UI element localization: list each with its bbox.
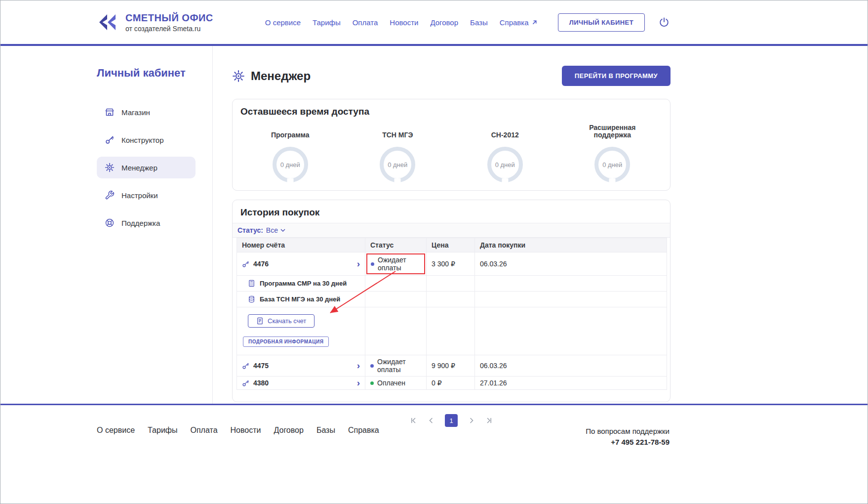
nav-link-about[interactable]: О сервисе — [265, 18, 301, 27]
invoice-number: 4476 — [253, 260, 269, 268]
logo-subtitle: от создателей Smeta.ru — [125, 25, 213, 33]
footer-link-payment[interactable]: Оплата — [190, 426, 217, 435]
table-header-row: Номер счёта Статус Цена Дата покупки — [237, 238, 667, 252]
support-block: По вопросам поддержки +7 495 221-78-59 — [586, 426, 670, 448]
go-to-program-button[interactable]: ПЕРЕЙТИ В ПРОГРАММУ — [562, 66, 671, 86]
col-header-date: Дата покупки — [475, 238, 667, 252]
sidebar-item-manager[interactable]: Менеджер — [97, 157, 196, 178]
footer-link-tariffs[interactable]: Тарифы — [148, 426, 177, 435]
power-icon — [659, 17, 670, 28]
footer-link-about[interactable]: О сервисе — [97, 426, 135, 435]
gauge-ring: 0 дней — [594, 147, 630, 182]
download-invoice-button[interactable]: Скачать счет — [248, 314, 315, 328]
sidebar-item-constructor[interactable]: Конструктор — [97, 129, 196, 151]
date-cell: 27.01.26 — [475, 377, 667, 390]
sidebar: Личный кабинет Магазин Конструктор — [0, 46, 213, 404]
sidebar-item-settings[interactable]: Настройки — [97, 184, 196, 206]
footer-link-news[interactable]: Новости — [231, 426, 261, 435]
pagination-prev-button[interactable] — [427, 417, 435, 424]
nav-link-contract[interactable]: Договор — [430, 18, 458, 27]
date-cell: 06.03.26 — [475, 252, 667, 276]
nav-link-payment[interactable]: Оплата — [353, 18, 378, 27]
download-invoice-label: Скачать счет — [268, 317, 306, 325]
gauge-program: Программа 0 дней — [237, 122, 344, 182]
access-card-title: Оставшееся время доступа — [240, 106, 662, 117]
price-cell: 9 900 ₽ — [427, 355, 475, 377]
logo[interactable]: СМЕТНЫЙ ОФИС от создателей Smeta.ru — [97, 12, 213, 33]
pagination-next-button[interactable] — [468, 417, 475, 424]
invoice-row-4476[interactable]: 4476 › Ожидает оплаты 3 300 ₽ 06.03.26 — [237, 252, 667, 276]
logo-icon — [97, 13, 119, 32]
sidebar-item-support[interactable]: Поддержка — [97, 212, 196, 234]
status-dot-paid — [370, 381, 374, 385]
chevron-right-icon[interactable]: › — [357, 362, 360, 369]
details-button[interactable]: ПОДРОБНАЯ ИНФОРМАЦИЯ — [243, 336, 329, 347]
gauge-sn-2012: СН-2012 0 дней — [451, 122, 559, 182]
key-icon — [105, 135, 115, 145]
gauge-label: ТСН МГЭ — [365, 122, 430, 139]
shop-icon — [105, 107, 115, 117]
key-icon — [242, 260, 249, 268]
date-cell: 06.03.26 — [475, 355, 667, 377]
gauge-value: 0 дней — [495, 161, 515, 168]
sidebar-item-label: Магазин — [121, 108, 150, 117]
empty-cell — [427, 307, 475, 355]
first-page-icon — [409, 417, 417, 424]
chevron-right-icon[interactable]: › — [357, 379, 360, 386]
support-phone: +7 495 221-78-59 — [586, 437, 670, 448]
gauge-ring: 0 дней — [380, 147, 415, 182]
empty-cell — [427, 292, 475, 307]
lifebuoy-icon — [105, 218, 115, 228]
status-cell: Ожидает оплаты — [365, 252, 427, 276]
price-cell: 3 300 ₽ — [427, 252, 475, 276]
nav-link-help[interactable]: Справка — [500, 18, 538, 27]
logo-title: СМЕТНЫЙ ОФИС — [125, 12, 213, 24]
sidebar-item-shop[interactable]: Магазин — [97, 101, 196, 123]
purchase-item-row: База ТСН МГЭ на 30 дней — [237, 292, 667, 307]
pagination-page-1[interactable]: 1 — [445, 414, 458, 427]
purchase-item-row: Программа СМР на 30 дней — [237, 276, 667, 292]
chevron-right-icon[interactable]: › — [357, 260, 360, 267]
wrench-icon — [105, 190, 115, 200]
sidebar-item-label: Конструктор — [121, 136, 164, 144]
pagination-last-button[interactable] — [485, 417, 493, 424]
gauge-value: 0 дней — [602, 161, 622, 168]
sidebar-title: Личный кабинет — [97, 67, 212, 80]
history-card-title: История покупок — [233, 200, 670, 223]
logout-button[interactable] — [659, 17, 670, 28]
annotation-box: Ожидает оплаты — [366, 253, 425, 274]
key-icon — [242, 362, 249, 370]
sidebar-item-label: Поддержка — [121, 219, 160, 227]
status-text: Оплачен — [377, 379, 405, 387]
database-icon — [248, 295, 255, 303]
prev-page-icon — [427, 417, 435, 424]
col-header-status: Статус — [365, 238, 427, 252]
nav-link-tariffs[interactable]: Тарифы — [313, 18, 341, 27]
chevron-down-icon — [280, 229, 285, 232]
footer-links: О сервисе Тарифы Оплата Новости Договор … — [97, 426, 379, 435]
footer-link-help[interactable]: Справка — [348, 426, 379, 435]
footer-link-contract[interactable]: Договор — [274, 426, 303, 435]
pagination-first-button[interactable] — [409, 417, 417, 424]
sidebar-item-label: Менеджер — [121, 164, 158, 172]
status-filter-dropdown[interactable]: Все — [266, 226, 285, 234]
nav-help-label: Справка — [500, 18, 529, 27]
header-right: ЛИЧНЫЙ КАБИНЕТ — [558, 13, 670, 32]
nav-link-bases[interactable]: Базы — [470, 18, 488, 27]
header: СМЕТНЫЙ ОФИС от создателей Smeta.ru О се… — [0, 0, 868, 46]
footer-link-bases[interactable]: Базы — [316, 426, 335, 435]
status-cell: Оплачен — [365, 377, 427, 390]
gauges: Программа 0 дней ТСН МГЭ 0 дней СН-2012 … — [237, 122, 666, 182]
status-filter-row: Статус: Все — [233, 223, 670, 238]
empty-cell — [365, 276, 427, 292]
account-button[interactable]: ЛИЧНЫЙ КАБИНЕТ — [558, 13, 645, 32]
empty-cell — [475, 307, 667, 355]
invoice-row-4380[interactable]: 4380 › Оплачен 0 ₽ 27.01.26 — [237, 377, 667, 390]
invoice-row-4475[interactable]: 4475 › Ожидает оплаты 9 900 ₽ 06.03.26 — [237, 355, 667, 377]
page-body: Личный кабинет Магазин Конструктор — [0, 46, 868, 404]
gauge-label: СН-2012 — [473, 122, 537, 139]
main-content: Менеджер ПЕРЕЙТИ В ПРОГРАММУ Оставшееся … — [213, 46, 671, 404]
empty-cell — [475, 292, 667, 307]
top-nav: О сервисе Тарифы Оплата Новости Договор … — [265, 18, 538, 27]
nav-link-news[interactable]: Новости — [390, 18, 418, 27]
